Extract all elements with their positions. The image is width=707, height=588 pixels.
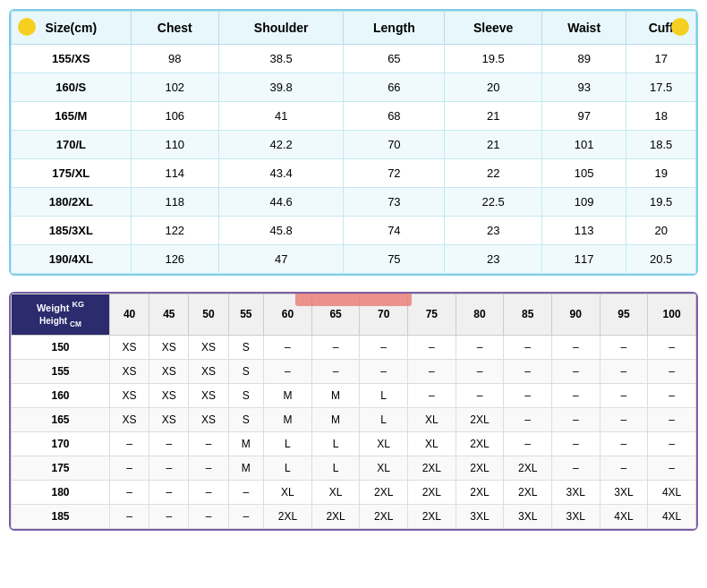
- size-value: 21: [445, 102, 542, 131]
- size-cell: –: [648, 456, 696, 480]
- size-cell: XS: [110, 407, 149, 431]
- size-cell: 2XL: [504, 456, 552, 480]
- size-value: 45.8: [218, 217, 343, 245]
- wh-table-row: 185––––2XL2XL2XL2XL3XL3XL3XL4XL4XL: [12, 504, 696, 528]
- size-cell: –: [408, 383, 456, 407]
- table-row: 185/3XL12245.8742311320: [12, 217, 696, 245]
- size-cell: –: [264, 335, 312, 359]
- size-cell: –: [551, 456, 600, 480]
- size-value: 47: [218, 245, 343, 274]
- weight-col-header: 75: [408, 294, 456, 336]
- size-cell: –: [600, 335, 648, 359]
- size-value: 101: [541, 131, 626, 159]
- size-cell: –: [504, 359, 552, 383]
- table-body: 155/XS9838.56519.58917160/S10239.8662093…: [12, 45, 696, 274]
- wh-body: 150XSXSXSS–––––––––155XSXSXSS–––––––––16…: [12, 335, 696, 528]
- ribbon-decoration: [295, 292, 412, 306]
- size-value: 89: [541, 45, 626, 73]
- size-cell: M: [264, 407, 312, 431]
- size-value: 23: [445, 217, 542, 245]
- size-cell: –: [600, 359, 648, 383]
- size-cell: M: [264, 383, 312, 407]
- size-value: 41: [218, 102, 343, 131]
- size-cell: –: [551, 407, 600, 431]
- size-cell: XL: [311, 480, 360, 504]
- size-value: 68: [344, 102, 445, 131]
- weight-col-header: 85: [504, 294, 552, 336]
- size-cell: 2XL: [504, 480, 552, 504]
- size-cell: L: [264, 431, 312, 456]
- size-cell: –: [648, 359, 696, 383]
- corner-header: Weight KGHeight CM: [12, 294, 110, 336]
- size-value: 114: [131, 159, 218, 188]
- size-table: Size(cm)ChestShoulderLengthSleeveWaistCu…: [11, 11, 696, 274]
- size-value: 17.5: [626, 73, 696, 102]
- size-cell: XL: [360, 456, 408, 480]
- size-cell: 3XL: [551, 504, 600, 528]
- size-cell: 2XL: [456, 480, 504, 504]
- size-cell: –: [189, 504, 228, 528]
- size-cell: 3XL: [551, 480, 600, 504]
- size-cell: 2XL: [456, 456, 504, 480]
- size-cell: –: [551, 359, 600, 383]
- size-cell: –: [360, 359, 408, 383]
- size-cell: –: [110, 431, 149, 456]
- size-cell: –: [648, 431, 696, 456]
- size-value: 74: [344, 217, 445, 245]
- size-label: 155/XS: [12, 45, 132, 73]
- size-cell: XS: [149, 383, 189, 407]
- size-label: 165/M: [12, 102, 132, 131]
- height-label: 185: [12, 504, 110, 528]
- wh-table-row: 150XSXSXSS–––––––––: [12, 335, 696, 359]
- size-cell: –: [149, 504, 189, 528]
- top-size-chart: Size(cm)ChestShoulderLengthSleeveWaistCu…: [9, 9, 698, 276]
- size-cell: XS: [110, 335, 149, 359]
- size-value: 23: [445, 245, 542, 274]
- size-cell: –: [311, 359, 360, 383]
- size-cell: –: [456, 383, 504, 407]
- size-cell: –: [600, 383, 648, 407]
- wh-table-row: 160XSXSXSSMML––––––: [12, 383, 696, 407]
- weight-col-header: 95: [600, 294, 648, 336]
- size-cell: –: [504, 335, 552, 359]
- size-cell: –: [504, 407, 552, 431]
- size-cell: 2XL: [456, 407, 504, 431]
- size-cell: –: [149, 456, 189, 480]
- size-cell: S: [228, 383, 264, 407]
- size-label: 170/L: [12, 131, 132, 159]
- size-cell: 2XL: [311, 504, 360, 528]
- size-cell: –: [504, 383, 552, 407]
- wh-table-row: 165XSXSXSSMMLXL2XL––––: [12, 407, 696, 431]
- size-cell: –: [408, 359, 456, 383]
- size-value: 113: [541, 217, 626, 245]
- size-cell: –: [504, 431, 552, 456]
- size-cell: 4XL: [600, 504, 648, 528]
- column-header: Cuff: [626, 12, 696, 45]
- size-cell: L: [264, 456, 312, 480]
- size-cell: 3XL: [504, 504, 552, 528]
- size-value: 19.5: [445, 45, 542, 73]
- size-value: 93: [541, 73, 626, 102]
- weight-col-header: 90: [551, 294, 600, 336]
- size-value: 102: [131, 73, 218, 102]
- size-cell: –: [551, 335, 600, 359]
- size-cell: 2XL: [360, 504, 408, 528]
- size-cell: XL: [360, 431, 408, 456]
- size-cell: L: [311, 431, 360, 456]
- column-header: Waist: [541, 12, 626, 45]
- size-value: 70: [344, 131, 445, 159]
- weight-col-header: 100: [648, 294, 696, 336]
- size-value: 126: [131, 245, 218, 274]
- size-cell: 2XL: [456, 431, 504, 456]
- size-cell: M: [311, 383, 360, 407]
- size-value: 21: [445, 131, 542, 159]
- size-cell: XS: [149, 407, 189, 431]
- size-value: 97: [541, 102, 626, 131]
- size-cell: 2XL: [264, 504, 312, 528]
- size-value: 122: [131, 217, 218, 245]
- size-cell: –: [228, 480, 264, 504]
- size-value: 22.5: [445, 188, 542, 217]
- size-value: 20: [626, 217, 696, 245]
- wh-table-row: 155XSXSXSS–––––––––: [12, 359, 696, 383]
- weight-col-header: 50: [189, 294, 228, 336]
